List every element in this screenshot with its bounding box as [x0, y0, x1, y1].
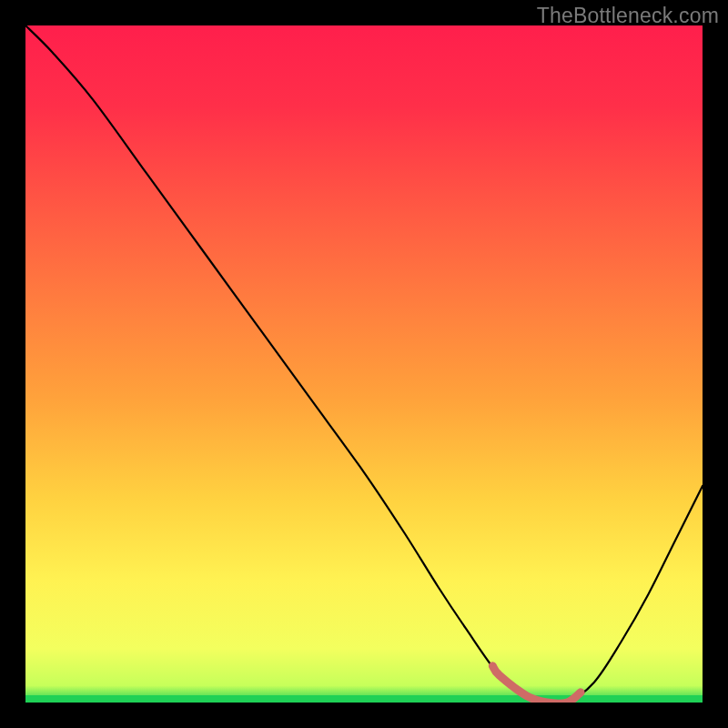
optimum-band [25, 695, 703, 703]
plot-area [25, 25, 703, 703]
watermark-text: TheBottleneck.com [537, 4, 719, 28]
chart-frame: TheBottleneck.com [0, 0, 728, 728]
gradient-field [25, 25, 703, 703]
bottleneck-plot [25, 25, 703, 703]
